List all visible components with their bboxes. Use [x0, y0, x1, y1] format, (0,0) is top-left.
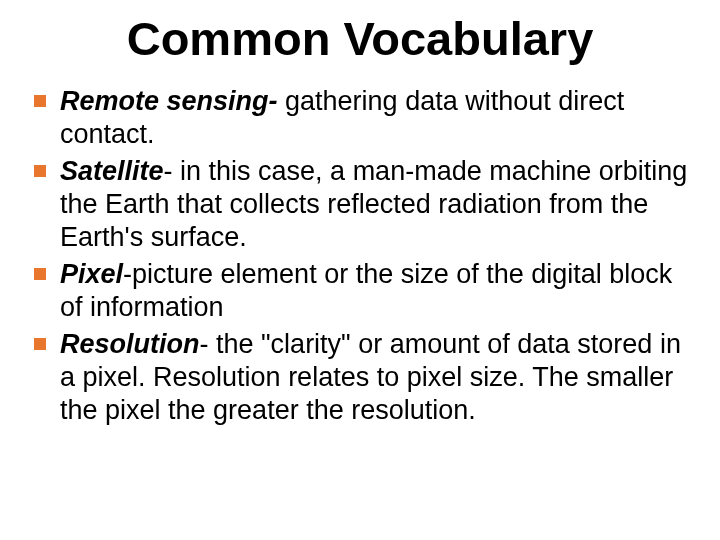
term: Pixel: [60, 259, 123, 289]
vocab-list: Remote sensing- gathering data without d…: [18, 85, 702, 426]
term: Resolution: [60, 329, 200, 359]
definition: -picture element or the size of the digi…: [60, 259, 672, 322]
term: Satellite: [60, 156, 164, 186]
slide-title: Common Vocabulary: [18, 14, 702, 63]
term: Remote sensing-: [60, 86, 285, 116]
list-item: Satellite- in this case, a man-made mach…: [18, 155, 702, 254]
list-item: Pixel-picture element or the size of the…: [18, 258, 702, 324]
list-item: Remote sensing- gathering data without d…: [18, 85, 702, 151]
list-item: Resolution- the "clarity" or amount of d…: [18, 328, 702, 427]
